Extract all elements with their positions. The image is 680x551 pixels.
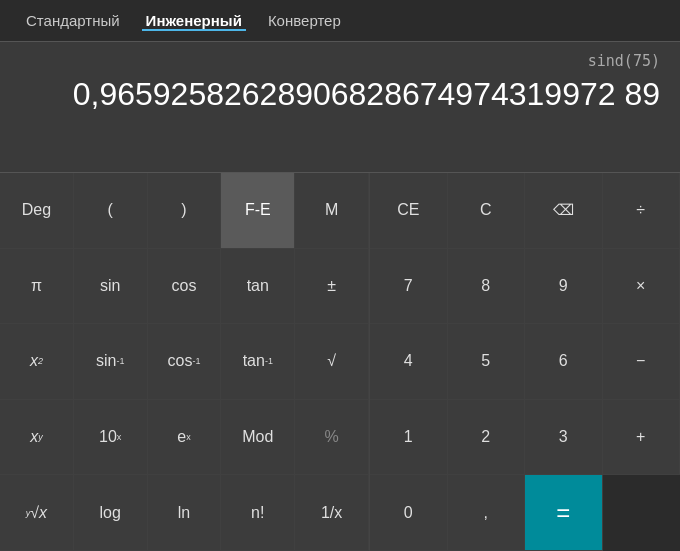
calc-body: Deg ( ) F-E M π sin cos tan ± x2 sin-1 c…	[0, 173, 680, 551]
btn-0[interactable]: 0	[370, 475, 448, 551]
btn-fe[interactable]: F-E	[221, 173, 295, 249]
display-expression: sind(75)	[588, 52, 660, 70]
btn-mul[interactable]: ×	[603, 249, 681, 325]
btn-lp[interactable]: (	[74, 173, 148, 249]
btn-x2[interactable]: x2	[0, 324, 74, 400]
btn-yx[interactable]: y√x	[0, 475, 74, 551]
btn-mod[interactable]: Mod	[221, 400, 295, 476]
btn-rp[interactable]: )	[148, 173, 222, 249]
btn-log[interactable]: log	[74, 475, 148, 551]
btn-pm[interactable]: ±	[295, 249, 369, 325]
btn-pct[interactable]: %	[295, 400, 369, 476]
btn-cos[interactable]: cos	[148, 249, 222, 325]
btn-div[interactable]: ÷	[603, 173, 681, 249]
btn-ex[interactable]: ex	[148, 400, 222, 476]
btn-sin1[interactable]: sin-1	[74, 324, 148, 400]
btn-3[interactable]: 3	[525, 400, 603, 476]
btn-sub[interactable]: −	[603, 324, 681, 400]
btn-5[interactable]: 5	[448, 324, 526, 400]
btn-m[interactable]: M	[295, 173, 369, 249]
btn-2[interactable]: 2	[448, 400, 526, 476]
nav-bar: Стандартный Инженерный Конвертер	[0, 0, 680, 41]
btn-fact[interactable]: n!	[221, 475, 295, 551]
backspace-icon: ⌫	[553, 201, 574, 219]
btn-deg[interactable]: Deg	[0, 173, 74, 249]
btn-cos1[interactable]: cos-1	[148, 324, 222, 400]
btn-pi[interactable]: π	[0, 249, 74, 325]
btn-comma[interactable]: ,	[448, 475, 526, 551]
btn-xy[interactable]: xy	[0, 400, 74, 476]
btn-9[interactable]: 9	[525, 249, 603, 325]
nav-standard[interactable]: Стандартный	[22, 10, 124, 31]
btn-inv[interactable]: 1/x	[295, 475, 369, 551]
display-value: 0,96592582628906828674974319972 89	[73, 76, 660, 113]
btn-tan1[interactable]: tan-1	[221, 324, 295, 400]
btn-7[interactable]: 7	[370, 249, 448, 325]
btn-ce[interactable]: CE	[370, 173, 448, 249]
nav-engineering[interactable]: Инженерный	[142, 10, 246, 31]
btn-add[interactable]: +	[603, 400, 681, 476]
display-area: sind(75) 0,96592582628906828674974319972…	[0, 42, 680, 172]
btn-equals[interactable]: =	[525, 475, 603, 551]
btn-c[interactable]: C	[448, 173, 526, 249]
btn-sin[interactable]: sin	[74, 249, 148, 325]
btn-4[interactable]: 4	[370, 324, 448, 400]
btn-6[interactable]: 6	[525, 324, 603, 400]
btn-ln[interactable]: ln	[148, 475, 222, 551]
right-panel: CE C ⌫ ÷ 7 8 9 × 4 5 6 − 1 2 3 + 0 , =	[370, 173, 680, 551]
btn-10x[interactable]: 10x	[74, 400, 148, 476]
btn-8[interactable]: 8	[448, 249, 526, 325]
btn-1[interactable]: 1	[370, 400, 448, 476]
btn-sqrt[interactable]: √	[295, 324, 369, 400]
nav-converter[interactable]: Конвертер	[264, 10, 345, 31]
btn-backspace[interactable]: ⌫	[525, 173, 603, 249]
btn-tan[interactable]: tan	[221, 249, 295, 325]
left-panel: Deg ( ) F-E M π sin cos tan ± x2 sin-1 c…	[0, 173, 370, 551]
